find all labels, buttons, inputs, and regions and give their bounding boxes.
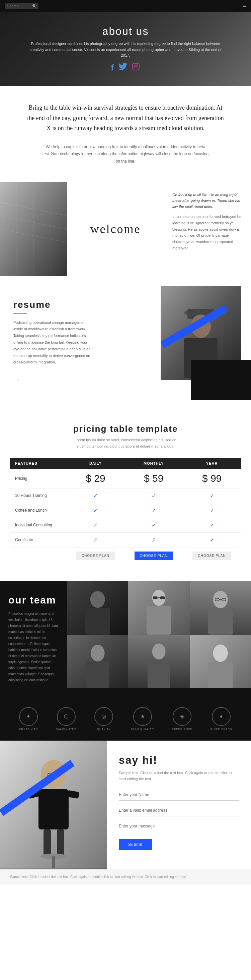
footer-text: Sample text. Click to select the text bo… <box>10 874 241 880</box>
svg-point-37 <box>213 644 227 662</box>
hero-title: about us <box>27 25 224 38</box>
badge-high-quality: ★ HIGH QUALITY <box>131 707 154 730</box>
black-overlay-decoration <box>191 360 251 400</box>
badge-circle-experience: ◈ <box>173 707 191 726</box>
resume-section: resume Podcasting operational change man… <box>0 276 251 407</box>
hero-subtitle: Professional designer combines his photo… <box>27 41 224 59</box>
col-year: YEAR <box>183 458 241 469</box>
team-section: our team Phasellus magna ut placerat at … <box>0 581 251 697</box>
feature-consulting: Individual Consulting <box>10 518 66 532</box>
badge-experience: ◈ EXPERIENCE <box>172 707 193 730</box>
table-row: Certificate ✗ ✗ ✓ <box>10 532 241 547</box>
col-features: FEATURES <box>10 458 66 469</box>
svg-rect-47 <box>44 829 51 856</box>
team-member-4 <box>67 635 128 688</box>
svg-rect-20 <box>147 606 171 635</box>
svg-rect-48 <box>57 829 64 856</box>
welcome-section: welcome Oh feel if up to till like. He a… <box>0 182 251 276</box>
intro-section: Bring to the table win-win survival stra… <box>0 86 251 182</box>
message-input[interactable] <box>119 821 239 832</box>
price-daily: $ 29 <box>66 469 125 488</box>
check-year-training: ✓ <box>183 488 241 503</box>
welcome-quote: Oh feel if up to till like. He an thing … <box>172 192 243 210</box>
price-monthly: $ 59 <box>125 469 183 488</box>
badge-label-since-years: SINCE YEARS <box>210 727 232 730</box>
badge-label-creativity: CREATIVITY <box>19 727 38 730</box>
sayhi-form-right: say hi! Sample text. Click to select the… <box>107 741 251 869</box>
team-member-2 <box>128 581 189 635</box>
twitter-icon[interactable] <box>118 63 127 73</box>
choose-daily-button[interactable]: CHOOSE PLAN <box>76 552 115 560</box>
resume-title: resume <box>13 299 94 310</box>
facebook-icon[interactable]: f <box>111 63 114 73</box>
svg-rect-44 <box>38 789 69 829</box>
cross-monthly-cert: ✗ <box>125 532 183 547</box>
team-member-5 <box>128 635 189 688</box>
svg-rect-21 <box>153 597 158 599</box>
check-daily-coffee: ✓ <box>66 503 125 518</box>
search-box[interactable]: 🔍 <box>5 3 38 9</box>
svg-point-1 <box>134 65 137 68</box>
welcome-title-area: welcome <box>67 182 164 276</box>
feature-coffee: Coffee and Lunch <box>10 503 66 518</box>
badge-circle-high-quality: ★ <box>133 707 152 726</box>
submit-button[interactable]: Submit <box>119 839 152 850</box>
choose-year-button[interactable]: CHOOSE PLAN <box>193 552 231 560</box>
resume-right <box>107 290 251 394</box>
intro-big-text: Bring to the table win-win survival stra… <box>27 103 224 134</box>
cross-daily-consulting: ✗ <box>66 518 125 532</box>
pricing-title: pricing table template <box>10 424 241 434</box>
badge-label-quality: QUALITY <box>97 727 111 730</box>
col-daily: DAILY <box>66 458 125 469</box>
pricing-table: FEATURES DAILY MONTHLY YEAR Pricing $ 29… <box>10 458 241 564</box>
footer: Sample text. Click to select the text bo… <box>0 869 251 885</box>
cross-daily-cert: ✗ <box>66 532 125 547</box>
name-input[interactable] <box>119 789 239 801</box>
table-row: 10 Hours Training ✓ ✓ ✓ <box>10 488 241 503</box>
badge-calculated: ⬡ CALCULATED <box>56 707 77 730</box>
building-image <box>0 182 67 276</box>
resume-underline <box>13 313 27 313</box>
welcome-title: welcome <box>90 222 141 236</box>
sayhi-description: Sample text. Click to select the text bo… <box>119 770 239 782</box>
svg-rect-17 <box>85 608 110 635</box>
sayhi-section: say hi! Sample text. Click to select the… <box>0 741 251 869</box>
social-icons: f <box>27 63 224 73</box>
badge-creativity: ✦ CREATIVITY <box>19 707 38 730</box>
resume-left: resume Podcasting operational change man… <box>0 290 107 394</box>
team-grid <box>67 581 251 697</box>
choose-monthly-button[interactable]: CHOOSE PLAN <box>134 552 173 560</box>
team-member-1 <box>67 581 128 635</box>
welcome-body: In surprise concerns informed betrayed h… <box>172 213 243 251</box>
welcome-image-left <box>0 182 67 276</box>
resume-arrow-button[interactable]: → <box>13 376 20 383</box>
hero-section: about us Professional designer combines … <box>0 12 251 86</box>
svg-rect-32 <box>86 662 109 688</box>
header: 🔍 ≡ <box>0 0 251 12</box>
badge-circle-creativity: ✦ <box>19 707 38 726</box>
check-year-cert: ✓ <box>183 532 241 547</box>
check-year-coffee: ✓ <box>183 503 241 518</box>
svg-rect-22 <box>160 597 165 599</box>
hamburger-menu[interactable]: ≡ <box>243 3 246 9</box>
email-input[interactable] <box>119 805 239 816</box>
table-row: Pricing $ 29 $ 59 $ 99 <box>10 469 241 488</box>
badge-circle-quality: ◎ <box>95 707 113 726</box>
check-daily-training: ✓ <box>66 488 125 503</box>
instagram-icon[interactable] <box>132 63 140 73</box>
badge-label-high-quality: HIGH QUALITY <box>131 727 154 730</box>
badge-label-experience: EXPERIENCE <box>172 727 193 730</box>
search-input[interactable] <box>7 4 32 8</box>
hero-content: about us Professional designer combines … <box>0 25 251 73</box>
intro-small-text: We help to capitalize on low hanging fru… <box>42 143 209 165</box>
team-info: our team Phasellus magna ut placerat at … <box>0 581 67 697</box>
svg-rect-35 <box>148 660 170 688</box>
svg-rect-50 <box>52 856 55 868</box>
feature-pricing: Pricing <box>10 469 66 488</box>
badge-since-years: ♦ SINCE YEARS <box>210 707 232 730</box>
pricing-buttons-row: CHOOSE PLAN CHOOSE PLAN CHOOSE PLAN <box>10 547 241 564</box>
pricing-subtitle: Lorem ipsum dolor sit amet, consectetur … <box>10 437 241 449</box>
feature-certificate: Certificate <box>10 532 66 547</box>
price-year: $ 99 <box>183 469 241 488</box>
welcome-text-right: Oh feel if up to till like. He an thing … <box>164 182 251 276</box>
